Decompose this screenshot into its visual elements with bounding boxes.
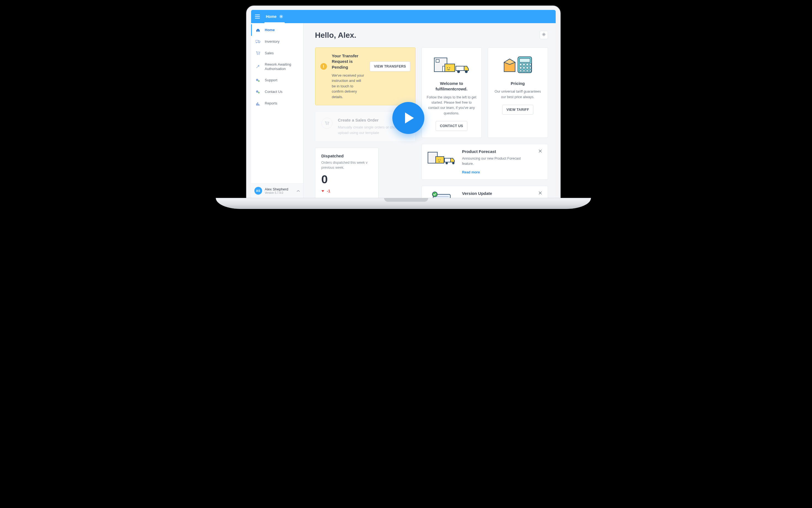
svg-point-4 [257, 54, 258, 55]
sidebar-item-label: Inventory [265, 39, 279, 44]
nav-list: Home Inventory Sales Rework Awaitin [251, 23, 303, 183]
svg-point-42 [452, 162, 455, 164]
sidebar-item-label: Support [265, 78, 278, 82]
svg-point-21 [465, 70, 468, 73]
svg-rect-40 [444, 158, 451, 162]
svg-rect-24 [519, 64, 522, 66]
sidebar-item-label: Contact Us [265, 90, 282, 94]
pricing-card: Pricing Our universal tariff guarantees … [488, 47, 548, 138]
welcome-title: Welcome to fulfilmentcrowd. [427, 81, 476, 92]
svg-rect-23 [519, 58, 530, 62]
svg-rect-33 [523, 70, 525, 72]
hamburger-icon[interactable] [255, 14, 260, 18]
svg-rect-34 [526, 70, 528, 72]
sidebar-item-label: Reports [265, 101, 278, 105]
sidebar-item-label: Sales [265, 51, 274, 55]
svg-point-38 [438, 160, 438, 160]
home-icon [256, 28, 261, 33]
alert-body: We've received your instruction and will… [332, 73, 365, 100]
alert-transfer-pending: ! Your Transfer Request is Pending We've… [315, 47, 416, 105]
cart-icon [256, 51, 261, 56]
tab-home[interactable]: Home [266, 10, 283, 23]
avatar: AS [255, 187, 262, 195]
cart-icon [321, 118, 333, 129]
view-transfers-button[interactable]: VIEW TRANSFERS [370, 61, 410, 71]
product-forecast-notice: Product Forecast Announcing our new Prod… [422, 144, 548, 180]
dispatched-delta-value: -1 [327, 189, 330, 193]
pricing-illustration [493, 53, 543, 77]
sidebar-item-rework[interactable]: Rework Awaiting Authorisation [251, 59, 303, 75]
close-icon[interactable] [538, 149, 542, 154]
svg-rect-28 [519, 67, 522, 69]
laptop-frame: Home Home Inve [246, 5, 560, 199]
svg-rect-19 [456, 66, 464, 71]
dispatched-title: Dispatched [321, 154, 372, 158]
warning-icon: ! [320, 63, 327, 70]
version-update-notice: Version Update A version update will be … [422, 186, 548, 198]
view-tariff-button[interactable]: VIEW TARIFF [502, 105, 533, 115]
svg-point-8 [256, 90, 258, 93]
svg-rect-27 [530, 64, 531, 66]
sidebar-item-sales[interactable]: Sales [251, 47, 303, 59]
sidebar-item-home[interactable]: Home [251, 24, 303, 36]
pricing-body: Our universal tariff guarantees our best… [493, 89, 543, 100]
user-name: Alex Shepherd [265, 187, 294, 191]
svg-point-6 [256, 79, 258, 81]
main-content: Hello, Alex. ! Your Transfer Request is … [304, 23, 556, 198]
forecast-notice-body: Announcing our new Product Forecast feat… [462, 156, 532, 167]
alert-title: Your Transfer Request is Pending [332, 53, 365, 70]
svg-point-11 [326, 124, 327, 125]
sidebar-item-label: Home [265, 28, 275, 32]
dispatched-card: Dispatched Orders dispatched this week v… [315, 148, 379, 198]
dispatched-delta: -1 [321, 189, 372, 193]
svg-rect-29 [523, 67, 525, 69]
svg-rect-14 [436, 59, 439, 62]
svg-point-18 [449, 68, 450, 68]
chevron-up-icon[interactable] [297, 188, 300, 193]
welcome-body: Follow the steps to the left to get star… [427, 95, 476, 116]
svg-rect-25 [523, 64, 525, 66]
sidebar-item-inventory[interactable]: Inventory [251, 36, 303, 47]
svg-rect-32 [519, 70, 522, 72]
user-version: Version 5.7.4.0 [265, 191, 294, 194]
page-title: Hello, Alex. [315, 31, 540, 40]
svg-point-2 [256, 42, 257, 43]
forecast-illustration [427, 149, 456, 168]
forecast-notice-title: Product Forecast [462, 149, 532, 154]
gear-icon [542, 33, 546, 38]
chat-icon [256, 78, 261, 83]
welcome-card: Welcome to fulfilmentcrowd. Follow the s… [422, 47, 482, 138]
laptop-notch [384, 198, 428, 202]
svg-rect-35 [530, 70, 531, 72]
user-row[interactable]: AS Alex Shepherd Version 5.7.4.0 [251, 183, 303, 198]
dispatched-subtitle: Orders dispatched this week v previous w… [321, 160, 372, 170]
sidebar-item-contact[interactable]: Contact Us [251, 86, 303, 98]
truck-icon [256, 39, 261, 44]
svg-point-17 [447, 68, 448, 68]
dispatched-value: 0 [321, 173, 372, 186]
contact-us-button[interactable]: CONTACT US [436, 121, 467, 131]
sidebar-item-label: Rework Awaiting Authorisation [265, 62, 299, 71]
read-more-link[interactable]: Read more [462, 170, 480, 174]
play-video-button[interactable] [392, 102, 424, 134]
svg-point-10 [543, 34, 544, 35]
laptop-shadow [224, 212, 583, 229]
svg-point-3 [259, 42, 259, 43]
play-icon [405, 113, 414, 124]
svg-point-39 [439, 160, 440, 160]
arrow-down-icon [321, 190, 324, 192]
sidebar-item-reports[interactable]: Reports [251, 98, 303, 110]
tab-close-icon[interactable] [279, 14, 283, 18]
wrench-icon [256, 64, 261, 69]
laptop-check-illustration [427, 191, 456, 198]
sidebar-item-support[interactable]: Support [251, 75, 303, 86]
svg-rect-31 [530, 67, 531, 69]
svg-rect-26 [526, 64, 528, 66]
svg-point-12 [327, 124, 328, 125]
svg-point-9 [258, 92, 260, 93]
close-icon[interactable] [538, 191, 542, 196]
svg-point-5 [259, 54, 259, 55]
warehouse-illustration [427, 53, 476, 77]
svg-rect-1 [256, 40, 258, 42]
settings-button[interactable] [540, 31, 548, 39]
